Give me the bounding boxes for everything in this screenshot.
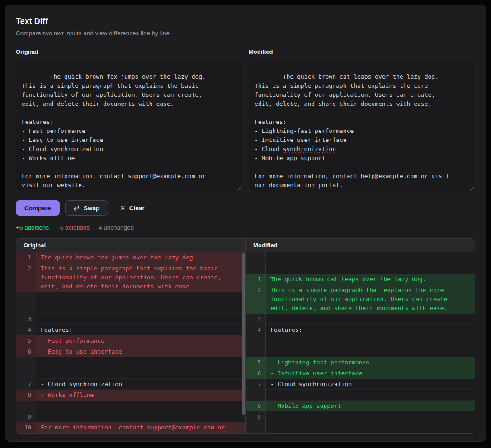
line-number (16, 292, 36, 314)
diff-spacer-row (16, 292, 246, 314)
diff-line-text: - Lightning-fast performance (266, 357, 475, 368)
input-labels-row: Original Modified (16, 48, 475, 59)
line-number: 5 (16, 335, 36, 346)
text-diff-card: Text Diff Compare two text inputs and vi… (5, 5, 486, 442)
diff-line-text (266, 252, 475, 274)
diff-row-context: 4Features: (16, 325, 246, 335)
diff-line-text: - Cloud synchronization (266, 379, 475, 390)
diff-line-text (266, 335, 475, 357)
modified-label: Modified (249, 48, 475, 55)
diff-row-removed: 1The quick brown fox jumps over the lazy… (16, 252, 246, 263)
diff-line-text (266, 422, 475, 433)
scrollbar-thumb[interactable] (242, 253, 245, 415)
diff-row-added: 8- Mobile app support (246, 401, 475, 411)
toolbar: Compare ⇄ Swap × Clear (16, 200, 475, 216)
diff-line-text (36, 292, 246, 314)
diff-stats: +6 additions -6 deletions 4 unchanged (16, 224, 475, 231)
diff-line-text: Features: (266, 325, 475, 335)
line-number: 6 (246, 368, 266, 379)
line-number: 6 (16, 346, 36, 357)
diff-panel-modified[interactable]: 1The quick brown cat leaps over the lazy… (246, 252, 475, 433)
text-segment: The quick brown cat leaps over the lazy … (255, 73, 439, 152)
diff-line-text: - Intuitive user interface (266, 368, 475, 379)
line-number: 3 (246, 314, 266, 325)
page-title: Text Diff (16, 16, 475, 27)
diff-line-text: - Easy to use interface (36, 346, 246, 357)
diff-line-text (266, 390, 475, 401)
diff-line-text: - Works offline (36, 390, 246, 401)
line-number: 4 (246, 325, 266, 335)
page-background: Text Diff Compare two text inputs and vi… (0, 0, 491, 448)
diff-viewer: Original Modified 1The quick brown fox j… (16, 238, 475, 434)
line-number (16, 401, 36, 411)
line-number: 9 (16, 411, 36, 422)
diff-row-removed: 5- Fast performance (16, 335, 246, 346)
line-number: 8 (16, 390, 36, 401)
diff-row-context: 4Features: (246, 325, 475, 335)
diff-panel-original[interactable]: 1The quick brown fox jumps over the lazy… (16, 252, 246, 433)
resize-handle-icon[interactable] (469, 186, 474, 191)
swap-icon: ⇄ (74, 204, 80, 212)
line-number: 7 (246, 379, 266, 390)
compare-button-label: Compare (24, 205, 51, 212)
original-textarea[interactable]: The quick brown fox jumps over the lazy … (16, 59, 242, 192)
compare-button[interactable]: Compare (16, 200, 60, 216)
clear-button-label: Clear (129, 205, 145, 212)
diff-row-added: 5- Lightning-fast performance (246, 357, 475, 368)
diff-header: Original Modified (16, 239, 475, 252)
line-number: 8 (246, 401, 266, 411)
diff-line-text (266, 411, 475, 422)
diff-line-text (36, 401, 246, 411)
diff-spacer-row (246, 252, 475, 274)
misspelled-word: synchronization (283, 146, 336, 152)
line-number: 1 (16, 252, 36, 263)
diff-row-context: 9 (246, 411, 475, 422)
line-number: 3 (16, 314, 36, 325)
line-number: 1 (246, 274, 266, 285)
textareas-row: The quick brown fox jumps over the lazy … (16, 59, 475, 192)
diff-line-text (36, 357, 246, 379)
diff-line-text: - Fast performance (36, 335, 246, 346)
swap-button[interactable]: ⇄ Swap (65, 200, 109, 216)
diff-row-removed: 8- Works offline (16, 390, 246, 401)
diff-line-text (36, 411, 246, 422)
line-number: 9 (246, 411, 266, 422)
line-number: 5 (246, 357, 266, 368)
diff-line-text (266, 314, 475, 325)
diff-line-text: This is a simple paragraph that explains… (266, 285, 475, 314)
diff-line-text: This is a simple paragraph that explains… (36, 263, 246, 292)
diff-line-text: The quick brown fox jumps over the lazy … (36, 252, 246, 263)
line-number: 7 (16, 379, 36, 390)
text-segment: - Mobile app support For more informatio… (255, 155, 453, 189)
diff-row-added: 2This is a simple paragraph that explain… (246, 285, 475, 314)
additions-count: +6 additions (16, 224, 49, 231)
diff-row-context: 7- Cloud synchronization (246, 379, 475, 390)
diff-spacer-row (16, 357, 246, 379)
deletions-count: -6 deletions (58, 224, 90, 231)
text-segment: The quick brown fox jumps over the lazy … (22, 73, 209, 189)
clear-button[interactable]: × Clear (113, 200, 151, 216)
unchanged-count: 4 unchanged (99, 224, 134, 231)
line-number (246, 252, 266, 274)
diff-row-removed: 6- Easy to use interface (16, 346, 246, 357)
line-number (246, 390, 266, 401)
line-number: 2 (246, 285, 266, 314)
diff-spacer-row (16, 401, 246, 411)
diff-row-removed: 2This is a simple paragraph that explain… (16, 263, 246, 292)
resize-handle-icon[interactable] (236, 186, 241, 191)
modified-textarea[interactable]: The quick brown cat leaps over the lazy … (249, 59, 475, 192)
diff-body: 1The quick brown fox jumps over the lazy… (16, 252, 475, 433)
swap-button-label: Swap (84, 205, 99, 212)
diff-spacer-row (246, 422, 475, 433)
diff-row-context: 3 (246, 314, 475, 325)
line-number: 10 (16, 422, 36, 433)
original-label: Original (16, 48, 242, 55)
line-number: 4 (16, 325, 36, 335)
page-subtitle: Compare two text inputs and view differe… (16, 29, 475, 38)
line-number: 2 (16, 263, 36, 292)
diff-row-added: 6- Intuitive user interface (246, 368, 475, 379)
line-number (246, 335, 266, 357)
diff-line-text: The quick brown cat leaps over the lazy … (266, 274, 475, 285)
diff-line-text: Features: (36, 325, 246, 335)
diff-line-text: For more information, contact support@ex… (36, 422, 246, 433)
